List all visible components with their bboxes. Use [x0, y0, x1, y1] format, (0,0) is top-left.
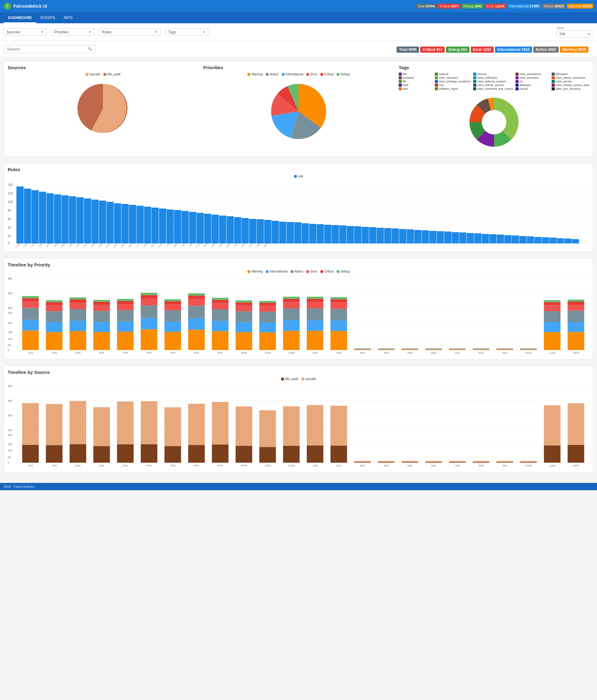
- svg-rect-237: [330, 299, 347, 302]
- footer-text: 2022 · Falco Authors: [4, 485, 34, 489]
- svg-rect-103: [399, 229, 406, 244]
- svg-rect-348: [330, 446, 347, 463]
- svg-text:12PM: 12PM: [573, 352, 579, 354]
- svg-rect-253: [402, 348, 418, 349]
- svg-rect-90: [302, 223, 309, 244]
- svg-rect-248: [378, 348, 395, 349]
- summary-notice: Notice2692: [533, 47, 558, 53]
- timeline-source-chart: 400 350 300 250 200 150 100 50 0 1PM2PM3…: [8, 382, 589, 468]
- svg-rect-126: [572, 239, 579, 244]
- svg-text:12AM: 12AM: [288, 464, 295, 467]
- svg-rect-354: [378, 462, 395, 463]
- summary-total: Total9895: [397, 47, 419, 53]
- search-input[interactable]: [7, 47, 86, 51]
- svg-rect-255: [425, 349, 442, 350]
- svg-text:0: 0: [8, 348, 9, 352]
- svg-rect-324: [141, 444, 157, 463]
- svg-rect-187: [165, 304, 181, 310]
- svg-text:1PM: 1PM: [28, 352, 33, 354]
- svg-rect-212: [259, 332, 276, 350]
- svg-rect-278: [520, 348, 536, 349]
- svg-rect-236: [330, 303, 347, 309]
- tags-pie: [463, 92, 525, 153]
- svg-text:Unexpected TGP Traffic: Unexpected TGP Traffic: [133, 243, 148, 247]
- tags-arrow-icon: ▼: [202, 30, 206, 34]
- svg-text:5AM: 5AM: [407, 352, 412, 354]
- stat-badge-informational: Informational17389: [507, 4, 541, 8]
- svg-rect-262: [449, 349, 465, 349]
- svg-text:10PM: 10PM: [241, 464, 247, 467]
- svg-rect-177: [141, 329, 157, 350]
- svg-rect-173: [117, 304, 134, 310]
- critical-dot: [320, 73, 323, 76]
- tags-filter[interactable]: Tags ▼: [166, 28, 208, 36]
- svg-rect-158: [70, 309, 86, 321]
- svg-rect-100: [377, 228, 384, 244]
- svg-rect-120: [527, 236, 534, 244]
- timeline-source-legend: k8s_audit syscalls: [8, 377, 589, 381]
- tags-pie-wrap: [399, 92, 589, 153]
- timeline-source-title: Timeline by Source: [8, 370, 589, 375]
- svg-rect-151: [46, 311, 63, 322]
- svg-rect-222: [283, 302, 300, 308]
- svg-rect-224: [283, 297, 300, 299]
- priorities-panel: Priorities Warning Notice Informational …: [203, 65, 394, 153]
- svg-rect-230: [307, 299, 323, 302]
- svg-rect-229: [307, 302, 323, 308]
- rules-filter[interactable]: Rules ▼: [99, 28, 161, 36]
- svg-rect-89: [294, 222, 301, 244]
- svg-rect-234: [330, 320, 347, 331]
- svg-rect-275: [520, 349, 536, 350]
- svg-text:100: 100: [8, 200, 13, 204]
- svg-rect-200: [212, 309, 228, 321]
- timeline-priority-chart: 400 350 300 250 200 150 100 50 0 1PM2PM3…: [8, 275, 589, 355]
- svg-rect-56: [159, 208, 166, 244]
- svg-rect-60: [174, 210, 181, 244]
- svg-text:7AM: 7AM: [455, 352, 460, 354]
- svg-rect-214: [259, 312, 276, 322]
- svg-rect-271: [497, 349, 513, 349]
- timeline-priority-title: Timeline by Priority: [8, 262, 589, 267]
- svg-text:300: 300: [8, 306, 12, 309]
- svg-rect-283: [544, 305, 560, 311]
- svg-rect-191: [188, 329, 205, 350]
- svg-rect-118: [512, 235, 519, 244]
- priorities-pie: [265, 78, 332, 145]
- svg-rect-315: [70, 444, 86, 463]
- svg-rect-209: [236, 302, 252, 305]
- svg-rect-20: [24, 189, 31, 244]
- sources-title: Sources: [8, 65, 198, 70]
- tab-info[interactable]: INFO: [59, 13, 77, 23]
- tab-dashboard[interactable]: DASHBOARD: [4, 13, 36, 23]
- svg-text:8AM: 8AM: [478, 464, 484, 467]
- svg-rect-170: [117, 332, 134, 350]
- svg-rect-208: [236, 305, 252, 311]
- svg-text:9AM: 9AM: [502, 352, 507, 354]
- svg-text:10AM: 10AM: [525, 352, 532, 354]
- svg-rect-313: [46, 404, 63, 445]
- priorities-filter[interactable]: Priorities ▼: [51, 28, 94, 36]
- brand-title: Falcosidekick UI: [14, 4, 47, 8]
- tab-events[interactable]: EVENTS: [36, 13, 59, 23]
- svg-rect-282: [544, 311, 560, 322]
- search-row: 🔍 Total9895Critical412Debug184Error1252I…: [0, 41, 597, 57]
- svg-rect-360: [425, 462, 442, 463]
- svg-rect-280: [544, 332, 560, 350]
- svg-rect-91: [309, 224, 316, 244]
- priorities-arrow-icon: ▼: [89, 30, 92, 34]
- svg-rect-235: [330, 309, 347, 320]
- svg-text:8PM: 8PM: [194, 464, 199, 467]
- svg-rect-88: [287, 222, 293, 244]
- svg-rect-95: [339, 225, 346, 244]
- svg-rect-156: [70, 331, 86, 350]
- sources-filter[interactable]: Sources ▼: [4, 28, 47, 36]
- info-dot: [282, 73, 285, 76]
- svg-text:400: 400: [8, 384, 12, 388]
- search-input-wrap[interactable]: 🔍: [4, 45, 96, 53]
- svg-text:9PM: 9PM: [218, 352, 223, 354]
- svg-rect-233: [330, 331, 347, 350]
- svg-text:11AM: 11AM: [549, 352, 556, 354]
- since-filter[interactable]: 24h ▼: [556, 30, 593, 38]
- svg-rect-337: [236, 406, 252, 446]
- debug-dot: [336, 73, 339, 76]
